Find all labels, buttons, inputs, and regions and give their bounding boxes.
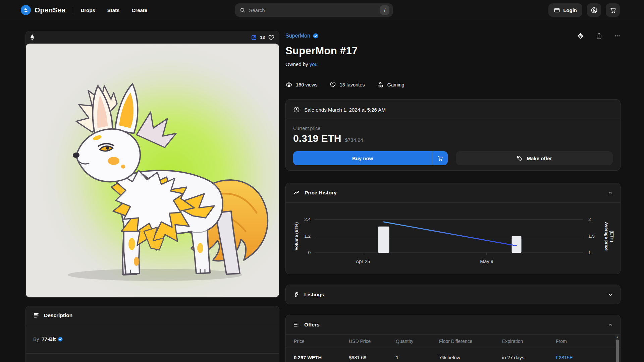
- align-left-icon: [33, 312, 39, 318]
- offers-column-4: Expiration: [502, 339, 556, 344]
- price-history-card: Price History 011.21.52.42Apr 25May 9Vol…: [285, 183, 621, 274]
- deal-handshake-icon[interactable]: [577, 32, 584, 40]
- svg-text:(ETH): (ETH): [609, 231, 614, 242]
- offer-row: 0.297 WETH$681.6917% belowin 27 daysF281…: [286, 348, 620, 362]
- sale-ends-text: Sale ends March 1, 2024 at 5:26 AM: [304, 107, 386, 113]
- right-column: SuperMon: [285, 31, 621, 362]
- add-to-cart-button[interactable]: [432, 151, 448, 165]
- heart-icon[interactable]: [268, 34, 275, 41]
- listings-header[interactable]: Listings: [286, 285, 620, 304]
- svg-text:1.5: 1.5: [588, 234, 595, 239]
- brand-name: OpenSea: [35, 6, 65, 14]
- listings-title: Listings: [304, 292, 324, 298]
- nav-item-drops[interactable]: Drops: [80, 7, 95, 13]
- description-header[interactable]: Description: [26, 306, 279, 325]
- creator-link[interactable]: 77-Bit: [42, 336, 63, 342]
- offer-cell-usd: $681.69: [349, 355, 396, 360]
- owner-link[interactable]: you: [310, 61, 318, 67]
- offer-cell-from[interactable]: F2815E: [556, 355, 612, 360]
- svg-text:Average price: Average price: [604, 222, 609, 251]
- svg-text:May 9: May 9: [480, 259, 493, 264]
- price-history-header[interactable]: Price History: [286, 183, 620, 202]
- offers-column-1: USD Price: [349, 339, 396, 344]
- gaming-category-icon: [377, 81, 384, 88]
- nav-item-create[interactable]: Create: [131, 7, 147, 13]
- collection-link[interactable]: SuperMon: [285, 33, 319, 39]
- description-card: Description By 77-Bit: [25, 306, 279, 362]
- sale-card: Sale ends March 1, 2024 at 5:26 AM Curre…: [285, 99, 621, 171]
- svg-text:Apr 25: Apr 25: [356, 259, 370, 264]
- current-price-label: Current price: [293, 126, 613, 131]
- svg-text:Volume (ETH): Volume (ETH): [294, 222, 299, 250]
- cart-button[interactable]: [606, 3, 620, 17]
- price-history-chart: 011.21.52.42Apr 25May 9Volume (ETH)Avera…: [286, 203, 620, 274]
- offer-cell-price: 0.297 WETH: [294, 355, 349, 360]
- offers-column-5: From: [556, 339, 612, 344]
- share-icon[interactable]: [596, 33, 602, 39]
- verified-badge-icon: [313, 33, 319, 39]
- collection-row: SuperMon: [285, 32, 621, 40]
- line-chart-icon: [293, 189, 300, 196]
- offers-card: Offers PriceUSD PriceQuantityFloor Diffe…: [285, 315, 621, 362]
- item-action-icons: [577, 32, 621, 40]
- login-label: Login: [563, 7, 577, 13]
- cart-icon: [609, 7, 616, 14]
- chevron-up-icon[interactable]: [608, 190, 613, 195]
- offers-header[interactable]: Offers: [286, 315, 620, 334]
- price-row: 0.319 ETH $734.24: [293, 133, 613, 144]
- top-navigation: OpenSea Drops Stats Create / Login: [0, 0, 644, 20]
- offers-table: PriceUSD PriceQuantityFloor DifferenceEx…: [286, 335, 620, 362]
- more-options-icon[interactable]: [614, 33, 621, 39]
- external-link-icon[interactable]: [251, 35, 257, 41]
- price-eth: 0.319 ETH: [293, 133, 341, 144]
- wallet-icon: [554, 7, 560, 13]
- collection-name: SuperMon: [285, 33, 310, 39]
- opensea-logo[interactable]: OpenSea: [21, 5, 65, 15]
- chevron-down-icon[interactable]: [608, 292, 613, 297]
- cart-icon: [437, 155, 443, 162]
- nft-image[interactable]: [26, 44, 279, 297]
- category-stat: Gaming: [377, 81, 404, 88]
- search-bar[interactable]: /: [235, 3, 393, 17]
- nft-card-toolbar: 13: [26, 31, 279, 44]
- profile-button[interactable]: [587, 3, 601, 17]
- scrollbar-up-arrow[interactable]: ▲: [616, 335, 619, 340]
- opensea-logo-icon: [21, 5, 31, 15]
- nav-item-stats[interactable]: Stats: [107, 7, 120, 13]
- search-input[interactable]: [249, 7, 380, 13]
- svg-text:2.4: 2.4: [304, 217, 311, 222]
- search-shortcut-key: /: [380, 5, 389, 15]
- by-label: By: [33, 336, 39, 342]
- favorites-count: 13 favorites: [339, 82, 365, 87]
- sale-ends-row: Sale ends March 1, 2024 at 5:26 AM: [286, 100, 620, 120]
- svg-text:1.2: 1.2: [304, 234, 311, 239]
- scrollbar-thumb[interactable]: [616, 340, 619, 362]
- main-content: 13: [0, 20, 644, 362]
- profile-icon: [591, 7, 598, 14]
- nav-divider: [73, 6, 73, 14]
- list-icon: [293, 321, 300, 328]
- make-offer-label: Make offer: [527, 156, 552, 161]
- nav-right-actions: Login: [548, 3, 620, 17]
- offers-scrollbar[interactable]: ▲: [615, 335, 620, 362]
- ethereum-icon: [30, 34, 34, 41]
- tag-icon: [517, 155, 523, 162]
- views-stat: 160 views: [285, 81, 317, 88]
- favorite-count: 13: [260, 35, 265, 40]
- purchase-buttons: Buy now Make offer: [293, 151, 613, 165]
- buy-now-button[interactable]: Buy now: [293, 151, 448, 165]
- chevron-up-icon[interactable]: [608, 322, 613, 327]
- eye-icon: [285, 81, 292, 88]
- offer-cell-exp: in 27 days: [502, 355, 556, 360]
- fox-artwork: [26, 44, 279, 297]
- login-button[interactable]: Login: [548, 3, 582, 17]
- make-offer-button[interactable]: Make offer: [456, 151, 613, 165]
- buy-now-label: Buy now: [293, 151, 432, 165]
- offers-table-body: 0.297 WETH$681.6917% belowin 27 daysF281…: [286, 348, 620, 362]
- svg-text:1: 1: [588, 250, 591, 255]
- clock-icon: [293, 106, 300, 113]
- sale-body: Current price 0.319 ETH $734.24 Buy now: [286, 120, 620, 170]
- nav-links: Drops Stats Create: [80, 7, 147, 13]
- favorites-stat: 13 favorites: [329, 81, 365, 88]
- verified-badge-icon: [58, 337, 63, 342]
